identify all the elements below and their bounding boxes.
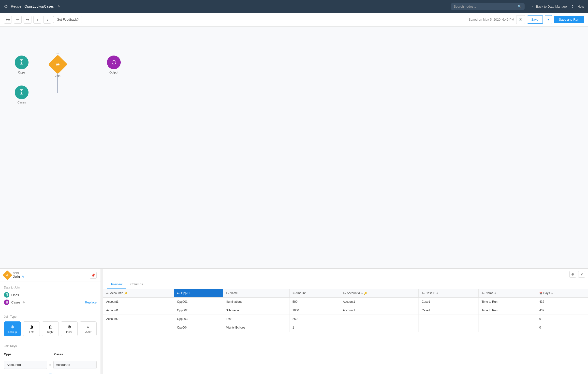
upload-button[interactable]: ↑ (33, 16, 41, 24)
right-panel-topbar: ⊕ ⤢ (103, 269, 588, 280)
feedback-button[interactable]: Got Feedback? (53, 16, 82, 23)
magnify-icon: ⊕ (571, 272, 574, 276)
key-icon2-accountid2: 🔑 (364, 292, 367, 295)
preview-table-wrap[interactable]: Aa AccountId 🔑 Aa OppID (103, 289, 588, 374)
expand-button[interactable]: ⤢ (578, 271, 585, 278)
cases-key-field[interactable]: AccountId (53, 361, 97, 369)
back-to-data-manager-link[interactable]: ← Back to Data Manager (531, 5, 568, 8)
table-row: Account1Opp001Illuminations500Account1Ca… (103, 298, 588, 306)
cell-accountid2-1: Account1 (340, 306, 418, 315)
join-type-left-button[interactable]: ◑ Left (23, 321, 40, 336)
outer-label: Outer (85, 330, 92, 333)
add-step-button[interactable]: +≡ (4, 16, 12, 24)
save-button[interactable]: Save (527, 15, 543, 24)
join-type-right-button[interactable]: ◐ Right (42, 321, 59, 336)
edit-flow-name-icon[interactable]: ✎ (58, 5, 60, 8)
search-box[interactable]: 🔍 (451, 3, 525, 10)
cell-oppid-1: Opp002 (174, 306, 223, 315)
preview-table: Aa AccountId 🔑 Aa OppID (103, 289, 588, 332)
replace-cases-link[interactable]: Replace (85, 301, 97, 304)
opps-node-label: Opps (18, 71, 25, 74)
join-node-label: Join (55, 74, 60, 78)
key-icon-days: ⊕ (551, 292, 553, 295)
key-icon-caseid: ⊕ (436, 292, 438, 295)
magnify-button[interactable]: ⊕ (569, 271, 576, 278)
save-and-run-button[interactable]: Save and Run (554, 16, 584, 23)
join-type-outer-button[interactable]: ○ Outer (80, 321, 97, 336)
col-amount: ⊞ Amount (289, 289, 340, 298)
cell-amount-0: 500 (289, 298, 340, 306)
history-button[interactable]: 🕐 (516, 15, 525, 24)
col-label-accountid2: AccountId (347, 291, 360, 295)
join-node[interactable]: ··· ⊕ Join (51, 51, 65, 78)
opps-source-item: 🗄 Opps (4, 292, 97, 298)
cases-node-label: Cases (17, 101, 26, 104)
table-row: Opp004Mighty Echoes10 (103, 323, 588, 332)
join-type-lookup-button[interactable]: ⊕ Lookup (4, 321, 21, 336)
join-keys-header: Opps Cases (4, 351, 97, 358)
key-icon-accountid2: ⊕ (361, 292, 363, 295)
flow-name[interactable]: OppsLookupCases (25, 4, 54, 8)
cases-node-icon: 🗄 (15, 86, 29, 99)
join-key-row-1: AccountId = AccountId (4, 358, 97, 371)
left-icon: ◑ (29, 324, 33, 330)
cases-node[interactable]: 🗄 Cases (15, 86, 29, 104)
app-logo-icon: ⚙ (4, 4, 8, 9)
key-icon-accountid1: 🔑 (124, 292, 127, 295)
lookup-icon: ⊕ (11, 324, 14, 330)
col-label-amount: Amount (295, 291, 306, 295)
back-link-label: Back to Data Manager (536, 5, 568, 8)
tab-preview[interactable]: Preview (107, 280, 126, 289)
right-icon: ◐ (48, 324, 52, 330)
cell-oppid-3: Opp004 (174, 323, 223, 332)
cell-days-3: 0 (536, 323, 588, 332)
join-type-buttons: ⊕ Lookup ◑ Left ◐ Right ⊗ Inner ○ Oute (4, 321, 97, 336)
tab-preview-label: Preview (111, 282, 122, 286)
cell-name1-0: Illuminations (223, 298, 289, 306)
table-row: Account2Opp003Lost2500 (103, 315, 588, 323)
join-type-section-label: Join Type (4, 315, 97, 318)
join-type-inner-button[interactable]: ⊗ Inner (61, 321, 78, 336)
canvas-area[interactable]: 🗄 Opps ··· ⊕ Join ⬡ Output 🗄 Cases (0, 27, 588, 268)
saved-status: Saved on May 5, 2020, 6:49 PM (469, 18, 514, 21)
save-label: Save (531, 18, 539, 21)
opps-key-field[interactable]: AccountId (4, 361, 47, 369)
cell-accountid1-2: Account2 (103, 315, 174, 323)
toolbar: +≡ ↩ ↪ ↑ ↓ Got Feedback? Saved on May 5,… (0, 13, 588, 27)
undo-button[interactable]: ↩ (14, 16, 22, 24)
download-button[interactable]: ↓ (43, 16, 51, 24)
resize-handle[interactable]: ⋮ (101, 269, 103, 374)
opps-node-icon: 🗄 (15, 56, 29, 69)
save-run-label: Save and Run (559, 18, 579, 21)
cell-oppid-2: Opp003 (174, 315, 223, 323)
pin-button[interactable]: 📌 (90, 272, 97, 279)
opps-node[interactable]: 🗄 Opps (15, 56, 29, 74)
output-node[interactable]: ⬡ Output (107, 56, 121, 74)
cell-oppid-0: Opp001 (174, 298, 223, 306)
col-label-accountid1: AccountId (110, 291, 123, 295)
join-type-section: Join Type ⊕ Lookup ◑ Left ◐ Right ⊗ Inne… (0, 311, 101, 340)
expand-icon: ⤢ (580, 272, 583, 276)
connector-lines (0, 27, 588, 268)
recipe-label: Recipe (11, 4, 22, 8)
save-dropdown-button[interactable]: ▾ (545, 15, 552, 24)
col-accountid2: Aa AccountId ⊕ 🔑 (340, 289, 418, 298)
col-icon-oppid: Aa (177, 292, 180, 295)
help-icon: ? (572, 5, 573, 8)
inner-label: Inner (66, 331, 72, 333)
left-panel: ⊕ JOIN Join ✎ 📌 Data to Join 🗄 Opps 🗄 (0, 269, 101, 374)
search-icon: 🔍 (518, 5, 522, 8)
cases-source-name: Cases (11, 301, 20, 304)
cases-link-icon: ⊕ (22, 301, 25, 304)
tab-columns[interactable]: Columns (126, 280, 147, 289)
redo-icon: ↪ (26, 17, 29, 22)
dropdown-icon: ▾ (547, 18, 549, 21)
cell-name2-1: Time to Run (478, 306, 536, 315)
col-icon-caseid: Aa (422, 292, 425, 295)
data-to-join-section: Data to Join 🗄 Opps 🗄 Cases ⊕ Replace (0, 282, 101, 311)
redo-button[interactable]: ↪ (24, 16, 31, 24)
help-label[interactable]: Help (577, 5, 584, 8)
search-input[interactable] (454, 5, 516, 8)
edit-panel-icon[interactable]: ✎ (22, 275, 25, 279)
table-header-row: Aa AccountId 🔑 Aa OppID (103, 289, 588, 298)
